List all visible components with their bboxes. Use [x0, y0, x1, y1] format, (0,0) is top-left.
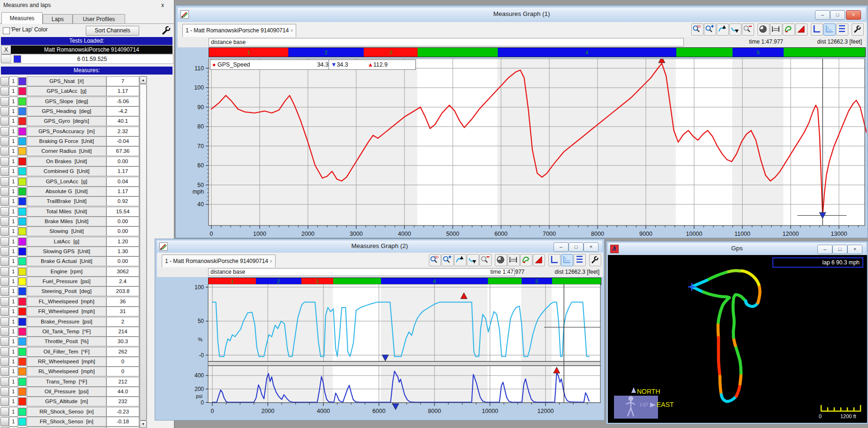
channel-name-button[interactable]: GPS_Slope [deg]: [27, 97, 106, 106]
minimize-button[interactable]: –: [815, 10, 830, 20]
row-handle[interactable]: [0, 167, 9, 176]
row-handle[interactable]: [0, 97, 9, 106]
channel-name-button[interactable]: Slowing GPS [Unit]: [27, 247, 106, 256]
channel-name-button[interactable]: Brake G Actual [Unit]: [27, 256, 106, 266]
ruler-icon[interactable]: [508, 254, 520, 266]
channel-color-swatch[interactable]: [18, 128, 26, 135]
axis-L-icon[interactable]: [548, 254, 561, 266]
channel-color-swatch[interactable]: [18, 137, 26, 145]
graph1-test-tab[interactable]: 1 - Matt RomanowskiPorsche 914090714 ×: [182, 24, 296, 37]
channel-color-swatch[interactable]: [18, 268, 26, 276]
channel-color-swatch[interactable]: [18, 188, 26, 195]
channel-name-button[interactable]: GPS_Nsat [#]: [27, 76, 106, 86]
zoom-out-icon[interactable]: [742, 23, 754, 36]
row-handle[interactable]: [0, 307, 9, 316]
graph1-titlebar[interactable]: Measures Graph (1) – □ ×: [178, 8, 866, 23]
close-button[interactable]: ×: [584, 242, 599, 252]
channel-name-button[interactable]: Braking G Force [Unit]: [27, 136, 106, 146]
channel-name-button[interactable]: Total Miles [Unit]: [27, 207, 106, 217]
zoom-in-icon[interactable]: [704, 23, 716, 36]
channel-color-swatch[interactable]: [18, 287, 26, 295]
maximize-button[interactable]: □: [832, 245, 847, 254]
channel-color-swatch[interactable]: [18, 117, 26, 125]
tab-close-icon[interactable]: ×: [269, 259, 272, 264]
row-handle[interactable]: [0, 147, 9, 156]
tab-close-icon[interactable]: ×: [290, 28, 293, 33]
row-handle[interactable]: [0, 247, 9, 256]
channel-name-button[interactable]: Corner Radius [Unit]: [27, 146, 106, 156]
track-icon[interactable]: [520, 254, 532, 266]
clock-icon[interactable]: [757, 23, 770, 36]
channel-name-button[interactable]: Oil_Tank_Temp [°F]: [27, 327, 106, 337]
channel-color-swatch[interactable]: [18, 77, 26, 85]
channel-name-button[interactable]: Slowing [Unit]: [27, 226, 106, 236]
axis-L-icon[interactable]: [811, 23, 823, 36]
wrench-icon[interactable]: [589, 254, 601, 266]
row-handle[interactable]: [0, 367, 9, 376]
throttle-brake-chart[interactable]: 02000400060008000100001200010050-0%40020…: [157, 284, 603, 418]
pan-down-icon[interactable]: [729, 23, 741, 36]
channel-color-swatch[interactable]: [18, 147, 26, 155]
channel-name-button[interactable]: GPS_LatAcc [g]: [27, 86, 106, 96]
channel-color-swatch[interactable]: [18, 238, 26, 246]
channel-name-button[interactable]: FR_Wheelspeed [mph]: [27, 307, 106, 316]
channel-color-swatch[interactable]: [18, 328, 26, 336]
channel-name-button[interactable]: RL_Wheelspeed [mph]: [27, 367, 106, 376]
channel-name-button[interactable]: RR_Shock_Senso [in]: [27, 407, 106, 417]
channel-color-swatch[interactable]: [18, 208, 26, 216]
channel-color-swatch[interactable]: [18, 408, 26, 416]
triangle-icon[interactable]: [533, 254, 545, 266]
row-handle[interactable]: [0, 387, 9, 396]
row-handle[interactable]: [0, 377, 9, 386]
channel-name-button[interactable]: Fuel_Pressure [psi]: [27, 277, 106, 286]
maximize-button[interactable]: □: [830, 10, 845, 20]
row-handle[interactable]: [0, 207, 9, 216]
panel-close-icon[interactable]: x: [158, 2, 167, 9]
channel-name-button[interactable]: Engine [rpm]: [27, 267, 106, 277]
row-handle[interactable]: [0, 137, 9, 146]
scroll-thumb[interactable]: [140, 84, 147, 420]
channel-name-button[interactable]: GPS_Gyro [deg/s]: [27, 116, 106, 126]
row-handle[interactable]: [0, 107, 9, 116]
row-handle[interactable]: [0, 197, 9, 206]
channel-color-swatch[interactable]: [18, 257, 26, 265]
channel-name-button[interactable]: Oil_Pressure [psi]: [27, 387, 106, 397]
channel-color-swatch[interactable]: [18, 358, 26, 366]
channel-name-button[interactable]: Absolute G [Unit]: [27, 187, 106, 196]
zoom-in-icon[interactable]: [441, 254, 454, 266]
channel-name-button[interactable]: Steering_Posit [deg]: [27, 286, 106, 296]
gps-titlebar[interactable]: Gps – □ ×: [608, 243, 866, 255]
row-handle[interactable]: [0, 407, 9, 416]
channel-color-swatch[interactable]: [18, 418, 26, 426]
channel-name-button[interactable]: Combined G [Unit]: [27, 166, 106, 176]
channel-color-swatch[interactable]: [18, 218, 26, 225]
row-handle[interactable]: [0, 347, 9, 356]
channel-color-swatch[interactable]: [18, 248, 26, 255]
graph1-legend-series[interactable]: ● GPS_Speed 34.3: [210, 60, 331, 70]
scroll-down-button[interactable]: ▼: [140, 420, 147, 428]
row-handle[interactable]: [0, 337, 9, 346]
graph2-test-tab[interactable]: 1 - Matt RomanowskiPorsche 914090714 ×: [162, 255, 276, 267]
channel-name-button[interactable]: Brake Miles [Unit]: [27, 217, 106, 226]
channel-color-swatch[interactable]: [18, 197, 26, 205]
row-handle[interactable]: [0, 327, 9, 336]
minimize-button[interactable]: –: [554, 242, 569, 252]
axis-E-icon[interactable]: [836, 23, 848, 36]
row-handle[interactable]: [0, 187, 9, 196]
channel-color-swatch[interactable]: [18, 107, 26, 115]
measures-scrollbar[interactable]: ▲ ▼: [139, 76, 147, 428]
row-handle[interactable]: [0, 357, 9, 366]
zoom-out-icon[interactable]: [479, 254, 492, 266]
channel-name-button[interactable]: GPS_Altitude [m]: [27, 397, 106, 406]
zoom-2d-icon[interactable]: 2D: [691, 23, 703, 36]
channel-color-swatch[interactable]: [18, 158, 26, 165]
channel-color-swatch[interactable]: [18, 278, 26, 285]
row-handle[interactable]: [0, 417, 9, 426]
channel-name-button[interactable]: TrailBrake [Unit]: [27, 196, 106, 206]
channel-name-button[interactable]: On Brakes [Unit]: [27, 157, 106, 166]
channel-color-swatch[interactable]: [18, 87, 26, 95]
channel-name-button[interactable]: FR_Shock_Senso [in]: [27, 417, 106, 427]
clock-icon[interactable]: [495, 254, 507, 266]
axis-E-icon[interactable]: [574, 254, 586, 266]
channel-name-button[interactable]: Trans_Temp [°F]: [27, 377, 106, 387]
